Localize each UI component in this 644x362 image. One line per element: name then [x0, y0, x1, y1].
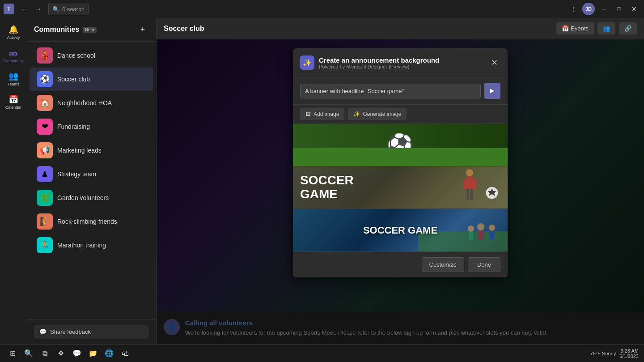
add-image-button[interactable]: 🖼 Add image: [300, 108, 344, 120]
browser-taskbar-button[interactable]: 🌐: [102, 346, 116, 361]
teams-icon: 👥: [8, 71, 18, 81]
task-view-button[interactable]: ⧉: [38, 346, 52, 361]
left-rail: 🔔 Activity 🏘 Community 👥 Teams 📅 Calenda…: [0, 18, 27, 344]
back-button[interactable]: ←: [18, 3, 30, 15]
garden-name: Garden volunteers: [57, 194, 109, 201]
modal-title: Create an announcement background: [319, 56, 439, 64]
modal-title-text: Create an announcement background Powere…: [319, 56, 439, 69]
members-button[interactable]: 👥: [597, 22, 615, 34]
image-option-3[interactable]: SOCCER GAME: [293, 209, 508, 251]
teams-taskbar-button[interactable]: 💬: [70, 346, 84, 361]
time-display: 9:28 AM: [619, 348, 639, 353]
background-area: 👤 Calling all volunteers We're looking f…: [157, 39, 644, 344]
marketing-name: Marketing leads: [57, 147, 102, 154]
app-body: 🔔 Activity 🏘 Community 👥 Teams 📅 Calenda…: [0, 18, 644, 344]
calendar-icon: 📅: [562, 25, 569, 32]
modal-close-button[interactable]: ✕: [488, 56, 500, 69]
prompt-input[interactable]: [300, 84, 481, 98]
channel-title: Soccer club: [164, 25, 204, 33]
search-bar[interactable]: 🔍 0 search: [48, 3, 89, 15]
store-taskbar-button[interactable]: 🛍: [118, 346, 132, 361]
taskbar-right: 78°F Sunny 9:28 AM 6/1/2023: [590, 348, 639, 359]
generate-image-label: Generate image: [363, 111, 401, 117]
files-taskbar-button[interactable]: 📁: [86, 346, 100, 361]
strategy-avatar: ♟: [37, 166, 53, 182]
image-option-1[interactable]: ⚽: [293, 124, 508, 166]
widgets-button[interactable]: ❖: [54, 346, 68, 361]
sidebar-title-row: Communities Beta: [34, 26, 97, 34]
neighborhood-avatar: 🏠: [37, 95, 53, 111]
taskbar-left: ⊞ 🔍 ⧉ ❖ 💬 📁 🌐 🛍: [5, 346, 132, 361]
add-image-icon: 🖼: [305, 111, 311, 117]
sidebar-item-marketing[interactable]: 📢 Marketing leads: [30, 139, 153, 162]
image-option-2[interactable]: SOCCERGAME: [293, 166, 508, 209]
minimize-button[interactable]: −: [597, 3, 610, 15]
add-community-button[interactable]: +: [136, 23, 149, 36]
sidebar-item-fundraising[interactable]: ❤ Fundraising: [30, 115, 153, 138]
user-avatar[interactable]: JD: [582, 3, 595, 15]
rail-item-community[interactable]: 🏘 Community: [3, 45, 24, 66]
svg-rect-2: [463, 180, 467, 189]
announcement-modal: ✨ Create an announcement background Powe…: [293, 48, 508, 277]
svg-point-9: [477, 223, 484, 230]
calendar-label: Calendar: [5, 105, 22, 110]
sidebar-item-dance[interactable]: 💃 Dance school: [30, 44, 153, 67]
modal-footer: Customize Done: [293, 251, 508, 277]
search-icon: 🔍: [52, 6, 59, 13]
more-options-button[interactable]: ⋮: [567, 3, 580, 15]
taskbar: ⊞ 🔍 ⧉ ❖ 💬 📁 🌐 🛍 78°F Sunny 9:28 AM 6/1/2…: [0, 344, 644, 362]
sidebar-title: Communities: [34, 26, 79, 34]
sidebar-item-soccer[interactable]: ⚽ Soccer club: [30, 68, 153, 91]
forward-button[interactable]: →: [32, 3, 45, 15]
events-button[interactable]: 📅 Events: [556, 22, 594, 34]
done-button[interactable]: Done: [468, 257, 500, 272]
weather-desc: Sunny: [602, 351, 616, 356]
modal-overlay: ✨ Create an announcement background Powe…: [157, 39, 644, 344]
rock-avatar: 🧗: [37, 213, 53, 230]
title-bar: T ← → 🔍 0 search ⋮ JD − □ ✕: [0, 0, 644, 18]
svg-rect-10: [478, 230, 483, 239]
modal-input-area: ►: [293, 77, 508, 105]
generate-image-button[interactable]: ✨ Generate image: [348, 108, 407, 120]
customize-button[interactable]: Customize: [422, 257, 464, 272]
link-button[interactable]: 🔗: [619, 22, 637, 34]
search-taskbar-button[interactable]: 🔍: [21, 346, 36, 361]
svg-point-13: [468, 226, 474, 232]
svg-rect-1: [466, 176, 473, 190]
soccer-game-text-2: SOCCERGAME: [300, 174, 354, 201]
sidebar-item-garden[interactable]: 🌿 Garden volunteers: [30, 186, 153, 209]
soccer-ball-2: [485, 186, 499, 200]
rail-item-activity[interactable]: 🔔 Activity: [3, 21, 24, 43]
windows-start-button[interactable]: ⊞: [5, 346, 20, 361]
community-icon: 🏘: [9, 48, 17, 58]
sidebar-footer: 💬 Share feedback: [27, 319, 156, 344]
feedback-icon: 💬: [39, 328, 47, 335]
dance-avatar: 💃: [37, 47, 53, 64]
sidebar-item-neighborhood[interactable]: 🏠 Neighborhood HOA: [30, 91, 153, 115]
svg-rect-12: [490, 231, 494, 239]
sidebar-item-rock[interactable]: 🧗 Rock-climbing friends: [30, 210, 153, 233]
neighborhood-name: Neighborhood HOA: [57, 99, 112, 106]
share-feedback-button[interactable]: 💬 Share feedback: [34, 325, 149, 339]
fundraising-name: Fundraising: [57, 123, 90, 130]
svg-rect-4: [466, 189, 469, 200]
sidebar-item-strategy[interactable]: ♟ Strategy team: [30, 162, 153, 186]
maximize-button[interactable]: □: [613, 3, 625, 15]
svg-rect-5: [470, 189, 473, 200]
activity-icon: 🔔: [8, 25, 18, 34]
soccer-game-text-3: SOCCER GAME: [363, 225, 437, 236]
feedback-label: Share feedback: [50, 328, 91, 335]
rail-item-teams[interactable]: 👥 Teams: [3, 68, 24, 89]
sidebar-item-marathon[interactable]: 🏃 Marathon training: [30, 234, 153, 257]
modal-toolbar: 🖼 Add image ✨ Generate image: [293, 105, 508, 124]
send-prompt-button[interactable]: ►: [484, 83, 500, 99]
rail-item-calendar[interactable]: 📅 Calendar: [3, 91, 24, 113]
image-options: ⚽ SOCCERGAME: [293, 124, 508, 251]
garden-avatar: 🌿: [37, 190, 53, 206]
close-button[interactable]: ✕: [628, 3, 640, 15]
fundraising-avatar: ❤: [37, 119, 53, 135]
teams-label: Teams: [8, 82, 20, 86]
taskbar-clock[interactable]: 9:28 AM 6/1/2023: [619, 348, 639, 359]
sidebar-header: Communities Beta +: [27, 18, 156, 42]
main-content: Soccer club 📅 Events 👥 🔗 👤: [157, 18, 644, 344]
